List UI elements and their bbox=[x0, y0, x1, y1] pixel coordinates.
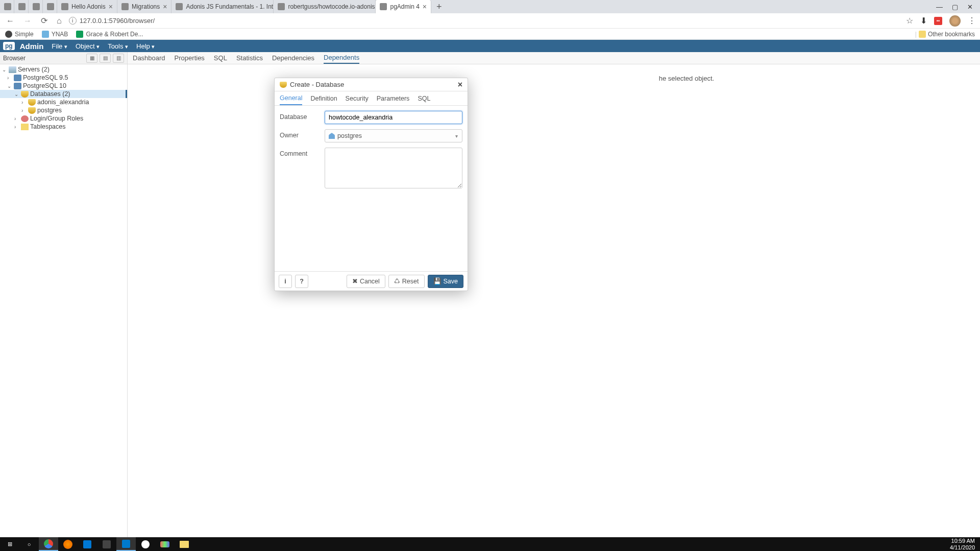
info-button[interactable]: i bbox=[279, 275, 292, 288]
app-icon[interactable] bbox=[136, 537, 155, 551]
pg-logo: pg bbox=[3, 42, 15, 50]
tab-parameters[interactable]: Parameters bbox=[377, 92, 410, 105]
tab-placeholder bbox=[14, 0, 29, 13]
browser-panel: Browser ▦ ▤ ▥ ⌄Servers (2) ›PostgreSQL 9… bbox=[0, 52, 128, 537]
menu-icon[interactable]: ⋮ bbox=[968, 16, 976, 26]
tab-sql[interactable]: SQL bbox=[214, 53, 227, 63]
forward-button[interactable]: → bbox=[21, 16, 34, 26]
browser-tab[interactable]: Adonis JS Fundamentals - 1. Intro× bbox=[172, 0, 274, 13]
dialog-tabs: General Definition Security Parameters S… bbox=[275, 91, 468, 106]
tree-pg95[interactable]: ›PostgreSQL 9.5 bbox=[0, 74, 127, 82]
dialog-title: Create - Database bbox=[290, 81, 344, 88]
firefox-icon[interactable] bbox=[58, 537, 78, 551]
cancel-button[interactable]: ✖Cancel bbox=[347, 275, 385, 288]
star-icon[interactable]: ☆ bbox=[906, 16, 913, 26]
database-name-input[interactable] bbox=[325, 111, 462, 124]
dialog-header[interactable]: Create - Database × bbox=[275, 78, 468, 91]
browser-tab[interactable]: robertguss/howtocode.io-adonis× bbox=[274, 0, 376, 13]
tab-label: Adonis JS Fundamentals - 1. Intro bbox=[186, 3, 274, 10]
browser-title: Browser bbox=[3, 55, 26, 62]
reload-button[interactable]: ⟳ bbox=[39, 16, 50, 26]
tab-statistics[interactable]: Statistics bbox=[236, 53, 263, 63]
tab-dashboard[interactable]: Dashboard bbox=[133, 53, 165, 63]
close-icon[interactable]: × bbox=[458, 80, 462, 89]
tab-definition[interactable]: Definition bbox=[310, 92, 337, 105]
owner-label: Owner bbox=[280, 129, 325, 139]
owner-value: postgres bbox=[337, 132, 362, 139]
browser-tab[interactable]: Migrations× bbox=[117, 0, 172, 13]
tree-tool-icon[interactable]: ▥ bbox=[113, 54, 124, 63]
tab-general[interactable]: General bbox=[280, 92, 302, 105]
tree-pg10[interactable]: ⌄PostgreSQL 10 bbox=[0, 82, 127, 90]
tree-db-item[interactable]: ›postgres bbox=[0, 106, 127, 114]
menu-object[interactable]: Object ▾ bbox=[76, 42, 100, 50]
url-text: 127.0.0.1:57960/browser/ bbox=[80, 17, 155, 25]
app-icon[interactable] bbox=[78, 537, 97, 551]
tab-label: pgAdmin 4 bbox=[390, 3, 419, 10]
create-database-dialog: Create - Database × General Definition S… bbox=[274, 78, 468, 291]
help-button[interactable]: ? bbox=[295, 275, 308, 288]
extension-icon[interactable]: •• bbox=[934, 17, 942, 25]
url-input[interactable]: i 127.0.0.1:57960/browser/ bbox=[69, 17, 901, 25]
tab-placeholder bbox=[0, 0, 14, 13]
close-icon: ✖ bbox=[352, 277, 358, 285]
owner-select[interactable]: postgres bbox=[325, 129, 462, 142]
bookmark-item[interactable]: Simple bbox=[5, 31, 34, 38]
tree-tablespaces[interactable]: ›Tablespaces bbox=[0, 123, 127, 131]
panel-message: he selected object. bbox=[128, 64, 980, 92]
object-tree: ⌄Servers (2) ›PostgreSQL 9.5 ⌄PostgreSQL… bbox=[0, 64, 127, 132]
profile-avatar[interactable] bbox=[949, 15, 961, 27]
bookmark-item[interactable]: YNAB bbox=[42, 31, 68, 38]
other-bookmarks[interactable]: Other bookmarks bbox=[928, 31, 975, 38]
tree-roles[interactable]: ›Login/Group Roles bbox=[0, 114, 127, 123]
tree-db-item[interactable]: ›adonis_alexandria bbox=[0, 98, 127, 106]
app-icon[interactable] bbox=[97, 537, 116, 551]
save-button[interactable]: 💾Save bbox=[428, 275, 464, 288]
browser-tab-active[interactable]: pgAdmin 4× bbox=[376, 0, 431, 13]
tree-databases[interactable]: ⌄Databases (2) bbox=[0, 90, 127, 98]
main-tabs: Dashboard Properties SQL Statistics Depe… bbox=[128, 52, 980, 64]
site-info-icon[interactable]: i bbox=[69, 17, 77, 25]
tab-dependencies[interactable]: Dependencies bbox=[272, 53, 314, 63]
system-tray[interactable]: 10:59 AM 4/11/2020 bbox=[950, 538, 980, 550]
explorer-icon[interactable] bbox=[175, 537, 194, 551]
tab-dependents[interactable]: Dependents bbox=[324, 52, 359, 64]
tree-tool-icon[interactable]: ▦ bbox=[86, 54, 97, 63]
close-icon[interactable]: × bbox=[109, 3, 113, 11]
back-button[interactable]: ← bbox=[4, 16, 16, 26]
new-tab-button[interactable]: + bbox=[431, 2, 447, 12]
clock-time: 10:59 AM bbox=[950, 538, 975, 544]
tab-label: Hello Adonis bbox=[71, 3, 106, 10]
reset-button[interactable]: ♺Reset bbox=[388, 275, 425, 288]
clock-date: 4/11/2020 bbox=[950, 544, 975, 550]
app-icon[interactable] bbox=[155, 537, 175, 551]
cortana-icon[interactable]: ○ bbox=[19, 537, 39, 551]
close-window-icon[interactable]: ✕ bbox=[967, 3, 973, 11]
browser-tab[interactable]: Hello Adonis× bbox=[57, 0, 117, 13]
bookmarks-bar: Simple YNAB Grace & Robert De... | Other… bbox=[0, 29, 980, 40]
bookmark-item[interactable]: Grace & Robert De... bbox=[76, 31, 143, 38]
tab-sql[interactable]: SQL bbox=[418, 92, 430, 105]
tree-servers[interactable]: ⌄Servers (2) bbox=[0, 65, 127, 74]
maximize-icon[interactable]: ▢ bbox=[952, 3, 958, 11]
vscode-icon[interactable] bbox=[116, 537, 136, 551]
close-icon[interactable]: × bbox=[163, 3, 167, 11]
home-button[interactable]: ⌂ bbox=[55, 16, 64, 26]
menu-file[interactable]: File ▾ bbox=[52, 42, 67, 50]
tree-tool-icon[interactable]: ▤ bbox=[100, 54, 111, 63]
address-bar: ← → ⟳ ⌂ i 127.0.0.1:57960/browser/ ☆ ⬇ •… bbox=[0, 13, 980, 29]
folder-icon bbox=[919, 31, 926, 38]
comment-textarea[interactable] bbox=[325, 148, 462, 188]
start-button[interactable]: ⊞ bbox=[0, 537, 19, 551]
tab-properties[interactable]: Properties bbox=[175, 53, 205, 63]
comment-label: Comment bbox=[280, 148, 325, 157]
tab-security[interactable]: Security bbox=[346, 92, 369, 105]
chrome-icon[interactable] bbox=[39, 537, 58, 551]
pg-admin-text: Admin bbox=[20, 42, 44, 51]
minimize-icon[interactable]: — bbox=[936, 3, 943, 11]
close-icon[interactable]: × bbox=[423, 3, 427, 11]
menu-help[interactable]: Help ▾ bbox=[136, 42, 155, 50]
menu-tools[interactable]: Tools ▾ bbox=[108, 42, 128, 50]
download-icon[interactable]: ⬇ bbox=[920, 16, 927, 26]
save-icon: 💾 bbox=[433, 277, 442, 285]
